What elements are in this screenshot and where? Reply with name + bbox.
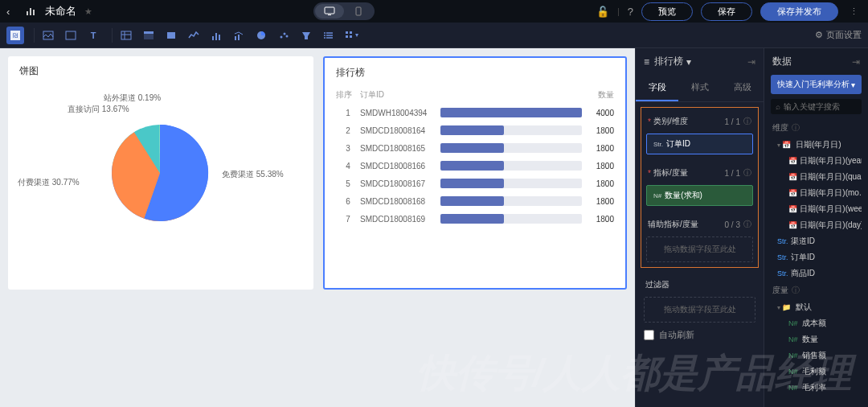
tree-item-sales[interactable]: N#销售额 — [771, 347, 862, 364]
field-chip-orderid[interactable]: Str.订单ID — [646, 134, 753, 154]
tool-pie[interactable] — [252, 27, 270, 44]
more-icon[interactable]: ⋮ — [846, 6, 862, 17]
svg-rect-9 — [66, 31, 76, 39]
toolbar: ₪ T ▾ ⚙ 页面设置 — [0, 23, 868, 48]
tree-item-date-quarter[interactable]: 📅日期(年月日)(qua... — [771, 169, 862, 185]
info-icon[interactable]: ⓘ — [792, 285, 800, 296]
tree-item-date-month[interactable]: 📅日期(年月日)(mo... — [771, 185, 862, 201]
tree-item-channelid[interactable]: Str.渠道ID — [771, 233, 862, 249]
info-icon[interactable]: ⓘ — [743, 219, 751, 230]
tool-kpi[interactable]: ₪ — [6, 27, 24, 44]
tree-item-date-day[interactable]: 📅日期(年月日)(day) — [771, 217, 862, 233]
svg-point-25 — [286, 35, 289, 37]
tree-item-productid[interactable]: Str.商品ID — [771, 265, 862, 282]
collapse-icon[interactable]: ⇥ — [747, 56, 755, 68]
svg-rect-19 — [219, 35, 220, 40]
canvas[interactable]: 饼图 — [0, 48, 635, 407]
svg-rect-21 — [238, 35, 240, 40]
filter-drop-zone[interactable]: 拖动数据字段至此处 — [644, 297, 755, 323]
section-category-label: 类别/维度 — [653, 116, 688, 127]
tool-grid[interactable]: ▾ — [342, 27, 360, 44]
collapse-icon[interactable]: ⇥ — [852, 56, 860, 68]
tool-crosstab[interactable] — [140, 27, 158, 44]
tree-item-qty[interactable]: N#数量 — [771, 331, 862, 347]
desktop-button[interactable] — [315, 4, 344, 18]
dropdown-icon[interactable]: ▾ — [686, 56, 691, 68]
preview-button[interactable]: 预览 — [641, 2, 693, 21]
config-title: 排行榜 — [654, 55, 683, 68]
tab-advanced[interactable]: 高级 — [721, 75, 764, 101]
svg-point-30 — [324, 35, 326, 36]
svg-point-23 — [280, 35, 283, 38]
svg-rect-11 — [121, 31, 131, 39]
tree-item-date-week[interactable]: 📅日期(年月日)(week) — [771, 201, 862, 217]
measure-label: 度量 — [772, 285, 788, 296]
tool-line[interactable] — [185, 27, 203, 44]
tool-text[interactable]: T — [84, 27, 102, 44]
chart-icon — [26, 5, 37, 18]
svg-rect-3 — [325, 7, 334, 14]
lock-icon[interactable]: 🔓 — [596, 6, 609, 18]
save-publish-button[interactable]: 保存并发布 — [760, 2, 838, 21]
tree-item-date[interactable]: ▾📅日期(年月日) — [771, 137, 862, 153]
auto-refresh-checkbox[interactable] — [644, 330, 654, 340]
tree-item-default[interactable]: ▾📁默认 — [771, 299, 862, 315]
auto-refresh-row[interactable]: 自动刷新 — [636, 323, 764, 347]
dataset-selector[interactable]: 快速入门毛利率分析 ▾ — [771, 75, 862, 94]
topbar: ‹ 未命名 ★ 🔓 | ? 预览 保存 保存并发布 ⋮ — [0, 0, 868, 23]
star-icon[interactable]: ★ — [84, 6, 92, 17]
gear-icon: ⚙ — [815, 30, 823, 40]
tool-table[interactable] — [117, 27, 135, 44]
info-icon[interactable]: ⓘ — [792, 122, 800, 134]
help-icon[interactable]: ? — [628, 6, 633, 18]
svg-rect-2 — [33, 10, 35, 15]
tool-container[interactable] — [62, 27, 80, 44]
svg-rect-33 — [350, 31, 352, 34]
mobile-button[interactable] — [344, 4, 373, 18]
rank-chart-card[interactable]: 排行榜 排序 订单ID 数量 1SMDWH1800439440002SMDCD1… — [323, 56, 627, 290]
list-icon: ≡ — [644, 56, 649, 68]
aux-drop-zone[interactable]: 拖动数据字段至此处 — [646, 236, 753, 262]
config-panel: ≡ 排行榜 ▾ ⇥ 字段 样式 高级 * 类别/维度 1 / 1 ⓘ Str.订… — [635, 48, 764, 407]
pie-label-direct: 直接访问 13.67% — [68, 104, 129, 115]
tool-combo[interactable] — [230, 27, 248, 44]
config-fields-box: * 类别/维度 1 / 1 ⓘ Str.订单ID * 指标/度量 1 / 1 ⓘ… — [641, 107, 759, 268]
svg-rect-0 — [27, 11, 28, 15]
save-button[interactable]: 保存 — [701, 2, 752, 21]
rank-title: 排行榜 — [336, 66, 614, 80]
section-metric-label: 指标/度量 — [653, 167, 688, 179]
info-icon[interactable]: ⓘ — [743, 116, 751, 127]
svg-rect-32 — [346, 31, 348, 34]
table-row: 4SMDCD180081661800 — [336, 157, 614, 175]
info-icon[interactable]: ⓘ — [743, 167, 751, 179]
tab-style[interactable]: 样式 — [678, 75, 721, 101]
svg-text:T: T — [91, 31, 96, 40]
back-button[interactable]: ‹ — [6, 6, 21, 18]
search-input[interactable] — [784, 102, 868, 111]
tree-item-orderid[interactable]: Str.订单ID — [771, 249, 862, 265]
tab-field[interactable]: 字段 — [636, 75, 678, 101]
pie-chart-card[interactable]: 饼图 — [8, 56, 313, 290]
pie-chart — [104, 117, 216, 229]
tree-item-profitrate[interactable]: N#毛利率 — [771, 380, 862, 396]
tool-image[interactable] — [39, 27, 57, 44]
search-icon: ⌕ — [776, 102, 780, 111]
search-box[interactable]: ⌕ — [771, 99, 862, 114]
tool-bar[interactable] — [207, 27, 225, 44]
tool-funnel[interactable] — [297, 27, 315, 44]
svg-rect-1 — [30, 8, 31, 15]
data-panel-title: 数据 — [772, 55, 792, 68]
table-row: 5SMDCD180081671800 — [336, 175, 614, 192]
tree-item-date-year[interactable]: 📅日期(年月日)(year) — [771, 153, 862, 169]
page-settings-button[interactable]: ⚙ 页面设置 — [815, 29, 862, 41]
tool-card[interactable] — [162, 27, 180, 44]
device-toggle — [313, 2, 375, 20]
tool-scatter[interactable] — [275, 27, 293, 44]
pie-label-free: 免费渠道 55.38% — [222, 169, 284, 180]
tree-item-cost[interactable]: N#成本额 — [771, 315, 862, 331]
tree-item-profit[interactable]: N#毛利额 — [771, 364, 862, 380]
field-chip-qty[interactable]: N#数量(求和) — [646, 185, 753, 206]
section-aux-label: 辅助指标/度量 — [648, 219, 698, 230]
table-row: 1SMDWH180043944000 — [336, 104, 614, 121]
tool-list[interactable] — [320, 27, 338, 44]
